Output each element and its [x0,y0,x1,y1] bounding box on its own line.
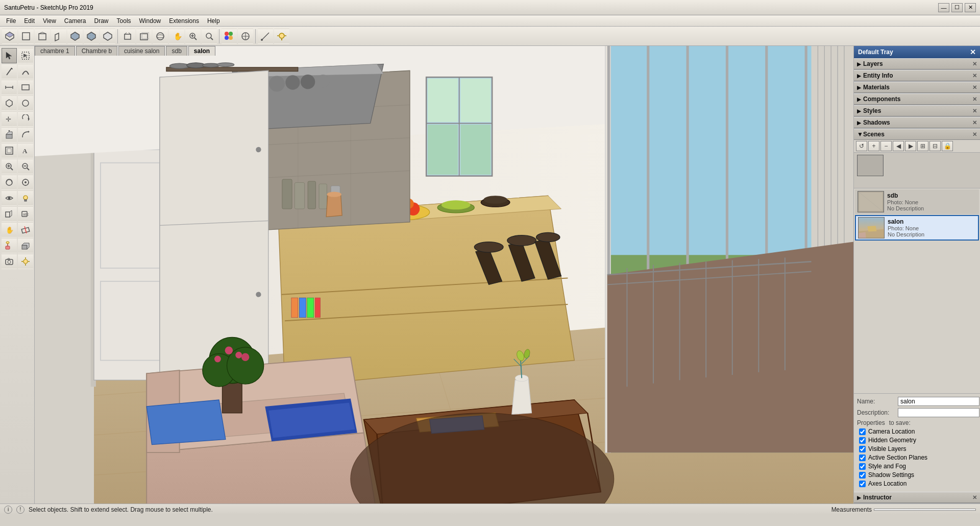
tool-pushpull[interactable] [2,127,17,142]
tool-box[interactable] [18,238,33,253]
scene-chambre1-item[interactable] [855,154,979,177]
minimize-button[interactable]: — [938,3,949,12]
tool-offset[interactable] [2,143,17,158]
tool-orbit-left[interactable] [2,175,17,190]
tool-polygon[interactable] [2,95,17,111]
scenes-add-button[interactable]: + [868,141,879,151]
materials-close-button[interactable]: ✕ [972,84,977,91]
tab-cuisine-salon[interactable]: cuisine salon [118,46,165,56]
tab-salon[interactable]: salon [188,46,215,56]
scenes-refresh-button[interactable]: ↺ [856,141,867,151]
shadows-close-button[interactable]: ✕ [972,119,977,126]
menu-extensions[interactable]: Extensions [165,16,203,26]
name-input[interactable] [898,397,979,406]
tool-text[interactable]: A [18,143,33,158]
tool-iso[interactable] [2,29,17,44]
tool-select[interactable] [2,48,17,63]
tool-light[interactable] [274,29,289,44]
active-section-planes-checkbox[interactable] [859,455,866,461]
menu-help[interactable]: Help [203,16,224,26]
scenes-prev-button[interactable]: ◀ [893,141,904,151]
tool-move[interactable]: ✛ [2,111,17,127]
measurements-input[interactable] [874,509,976,511]
tool-parallel[interactable] [136,29,152,44]
tool-monochrome[interactable] [100,29,115,44]
tool-paint[interactable] [2,238,17,253]
scenes-list-view-button[interactable]: ⊟ [929,141,941,151]
tool-materials[interactable] [222,29,237,44]
scene-item-salon[interactable]: salon Photo: None No Description [855,215,979,241]
layers-header[interactable]: ▶ Layers ✕ [854,58,980,69]
tool-top[interactable] [18,29,34,44]
scenes-delete-button[interactable]: − [880,141,892,151]
description-input[interactable] [898,408,979,417]
tool-zoom-viewport[interactable] [2,159,17,174]
components-close-button[interactable]: ✕ [972,96,977,103]
menu-view[interactable]: View [39,16,60,26]
tool-measure[interactable] [2,80,17,95]
tool-sun[interactable] [18,254,33,269]
camera-location-checkbox[interactable] [859,428,866,435]
tool-camera-pos[interactable] [2,254,17,269]
tool-tape[interactable] [258,29,273,44]
menu-edit[interactable]: Edit [20,16,39,26]
tool-orbit[interactable] [153,29,168,44]
tool-shaded[interactable] [67,29,83,44]
visible-layers-checkbox[interactable] [859,446,866,452]
entity-info-close-button[interactable]: ✕ [972,73,977,79]
tool-side[interactable] [51,29,66,44]
menu-window[interactable]: Window [135,16,165,26]
scenes-next-button[interactable]: ▶ [905,141,916,151]
tool-rotate[interactable] [18,111,33,127]
menu-draw[interactable]: Draw [90,16,113,26]
tool-circle[interactable] [18,95,33,111]
tool-zoom[interactable] [185,29,201,44]
tool-light-2[interactable] [18,190,33,206]
tool-pan[interactable]: ✋ [169,29,184,44]
tool-zoom-out[interactable] [18,159,33,174]
viewport[interactable]: chambre 1 Chambre b cuisine salon sdb sa… [35,46,853,504]
scenes-grid-view-button[interactable]: ⊞ [917,141,928,151]
scenes-header[interactable]: ▼ Scenes ✕ [854,129,980,140]
tool-components-viewer[interactable] [2,206,17,222]
tool-perspective[interactable] [120,29,135,44]
instructor-header[interactable]: ▶ Instructor ✕ [854,492,980,503]
tool-select-connected[interactable] [18,48,33,63]
tool-zoom-extent[interactable] [202,29,217,44]
tool-tag[interactable]: abc [18,206,33,222]
hidden-geometry-checkbox[interactable] [859,437,866,444]
layers-close-button[interactable]: ✕ [972,61,977,67]
maximize-button[interactable]: ☐ [951,3,963,12]
tool-rectangle[interactable] [18,80,33,95]
scenes-close-button[interactable]: ✕ [972,131,977,138]
close-button[interactable]: ✕ [965,3,976,12]
menu-tools[interactable]: Tools [113,16,135,26]
tool-target[interactable] [18,175,33,190]
tab-sdb[interactable]: sdb [166,46,187,56]
styles-close-button[interactable]: ✕ [972,108,977,114]
tool-hand[interactable]: ✋ [2,222,17,237]
shadow-settings-checkbox[interactable] [859,472,866,479]
tool-front[interactable] [35,29,50,44]
tool-followme[interactable] [18,127,33,142]
menu-camera[interactable]: Camera [60,16,90,26]
panel-close-button[interactable]: ✕ [970,48,976,56]
materials-header[interactable]: ▶ Materials ✕ [854,82,980,93]
instructor-close-button[interactable]: ✕ [972,494,977,501]
tool-eye[interactable] [2,190,17,206]
tab-chambre-b[interactable]: Chambre b [76,46,117,56]
scene-item-sdb[interactable]: sdb Photo: None No Description [855,189,979,214]
tab-chambre1[interactable]: chambre 1 [35,46,75,56]
tool-components[interactable] [238,29,253,44]
tool-shaded-textured[interactable] [84,29,99,44]
shadows-header[interactable]: ▶ Shadows ✕ [854,117,980,128]
tool-section-plane[interactable] [18,222,33,237]
tool-arc[interactable] [18,64,33,79]
axes-location-checkbox[interactable] [859,481,866,487]
styles-header[interactable]: ▶ Styles ✕ [854,105,980,116]
style-fog-checkbox[interactable] [859,463,866,470]
entity-info-header[interactable]: ▶ Entity Info ✕ [854,70,980,81]
scenes-lock-button[interactable]: 🔒 [942,141,953,151]
tool-pencil[interactable] [2,64,17,79]
menu-file[interactable]: File [2,16,20,26]
